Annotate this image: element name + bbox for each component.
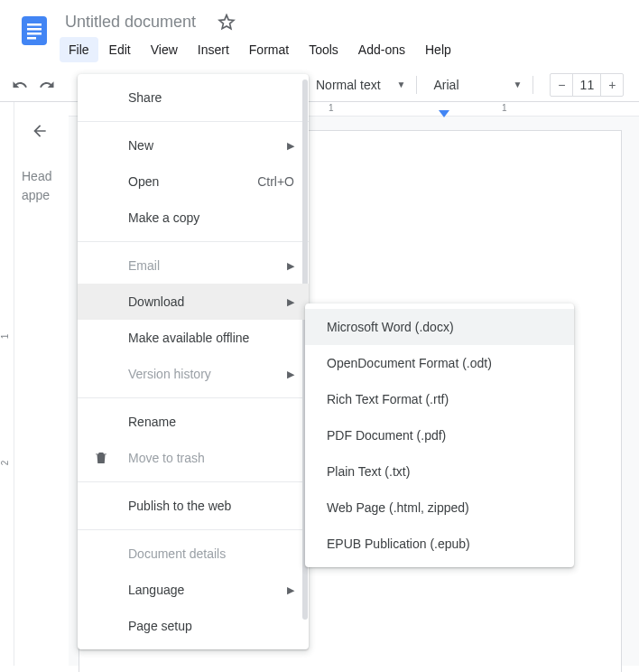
menu-item-new[interactable]: New ▶ [78, 127, 309, 163]
download-odt[interactable]: OpenDocument Format (.odt) [305, 345, 574, 381]
menu-edit[interactable]: Edit [100, 37, 140, 62]
menu-label: New [128, 138, 153, 153]
submenu-label: Rich Text Format (.rtf) [327, 392, 449, 406]
divider [78, 529, 309, 530]
divider [78, 481, 309, 482]
divider [78, 241, 309, 242]
font-size-input[interactable] [572, 74, 601, 96]
menu-label: Move to trash [128, 451, 205, 465]
submenu-label: Plain Text (.txt) [327, 464, 410, 479]
vertical-ruler: 1 2 [0, 102, 14, 666]
submenu-label: Web Page (.html, zipped) [327, 500, 469, 515]
shortcut-label: Ctrl+O [257, 174, 294, 189]
svg-marker-5 [439, 110, 449, 117]
ruler-h-label: 1 [502, 103, 507, 113]
svg-rect-2 [27, 28, 42, 31]
menu-label: Email [128, 258, 160, 273]
outline-text-line: Head [22, 167, 61, 186]
menu-label: Download [128, 294, 184, 309]
outline-back-icon[interactable] [25, 117, 54, 145]
undo-icon[interactable] [7, 72, 32, 98]
font-family-dropdown[interactable]: Arial ▼ [422, 72, 527, 98]
file-menu-dropdown: Share New ▶ Open Ctrl+O Make a copy Emai… [78, 74, 309, 649]
menu-item-rename[interactable]: Rename [78, 404, 309, 440]
menu-file[interactable]: File [60, 37, 98, 62]
chevron-right-icon: ▶ [287, 260, 294, 272]
menu-tools[interactable]: Tools [300, 37, 347, 62]
menu-label: Version history [128, 367, 211, 381]
font-size-control: − + [550, 73, 624, 97]
ruler-v-label: 2 [0, 461, 10, 466]
menu-item-make-available-offline[interactable]: Make available offline [78, 320, 309, 356]
separator [416, 76, 417, 94]
svg-rect-0 [22, 16, 47, 45]
submenu-label: OpenDocument Format (.odt) [327, 356, 492, 370]
chevron-down-icon: ▼ [514, 79, 523, 89]
submenu-label: Microsoft Word (.docx) [327, 320, 454, 334]
menubar: File Edit View Insert Format Tools Add-o… [60, 33, 639, 62]
trash-icon [92, 449, 110, 467]
download-html[interactable]: Web Page (.html, zipped) [305, 490, 574, 526]
divider [78, 121, 309, 122]
menu-item-download[interactable]: Download ▶ [78, 284, 309, 320]
menu-label: Language [128, 583, 184, 597]
ruler-v-label: 1 [0, 334, 10, 340]
outline-text-line: appe [22, 186, 61, 205]
paragraph-style-dropdown[interactable]: Normal text ▼ [305, 72, 411, 98]
title-row: Untitled document [60, 7, 639, 33]
document-title[interactable]: Untitled document [60, 11, 201, 33]
chevron-down-icon: ▼ [397, 79, 406, 89]
menu-item-page-setup[interactable]: Page setup [78, 608, 309, 644]
download-pdf[interactable]: PDF Document (.pdf) [305, 417, 574, 453]
outline-placeholder: Head appe [22, 167, 61, 205]
menu-help[interactable]: Help [416, 37, 460, 62]
menu-item-open[interactable]: Open Ctrl+O [78, 163, 309, 200]
menu-label: Rename [128, 415, 176, 429]
menu-label: Publish to the web [128, 499, 231, 513]
menu-item-share[interactable]: Share [78, 79, 309, 116]
redo-icon[interactable] [34, 72, 60, 98]
paragraph-style-label: Normal text [316, 78, 381, 92]
menu-view[interactable]: View [142, 37, 187, 62]
font-family-label: Arial [433, 78, 458, 92]
outline-pane: Head appe [14, 102, 69, 666]
docs-logo-icon[interactable] [16, 13, 52, 49]
svg-rect-4 [27, 37, 36, 40]
svg-rect-3 [27, 33, 42, 35]
font-size-decrease-button[interactable]: − [551, 74, 572, 96]
font-size-increase-button[interactable]: + [601, 74, 623, 96]
menu-item-make-a-copy[interactable]: Make a copy [78, 200, 309, 236]
menu-insert[interactable]: Insert [189, 37, 238, 62]
download-submenu: Microsoft Word (.docx) OpenDocument Form… [305, 303, 574, 567]
svg-rect-1 [27, 23, 42, 26]
menu-label: Document details [128, 546, 226, 561]
download-rtf[interactable]: Rich Text Format (.rtf) [305, 381, 574, 417]
menu-label: Page setup [128, 619, 192, 633]
chevron-right-icon: ▶ [287, 296, 294, 308]
separator [532, 76, 533, 94]
menu-item-email[interactable]: Email ▶ [78, 247, 309, 284]
ruler-h-label: 1 [329, 103, 334, 113]
download-epub[interactable]: EPUB Publication (.epub) [305, 526, 574, 562]
star-icon[interactable] [216, 12, 237, 33]
divider [78, 397, 309, 398]
menu-item-language[interactable]: Language ▶ [78, 572, 309, 608]
download-txt[interactable]: Plain Text (.txt) [305, 453, 574, 490]
chevron-right-icon: ▶ [287, 369, 294, 380]
menu-item-move-to-trash[interactable]: Move to trash [78, 440, 309, 476]
menu-item-version-history[interactable]: Version history ▶ [78, 356, 309, 392]
menu-item-document-details[interactable]: Document details [78, 536, 309, 572]
download-docx[interactable]: Microsoft Word (.docx) [305, 309, 574, 345]
title-area: Untitled document File Edit View Insert … [60, 7, 639, 62]
menu-format[interactable]: Format [240, 37, 298, 62]
menu-item-publish-to-web[interactable]: Publish to the web [78, 488, 309, 524]
submenu-label: PDF Document (.pdf) [327, 428, 446, 443]
menu-label: Make available offline [128, 331, 249, 345]
menu-label: Share [128, 90, 162, 105]
submenu-label: EPUB Publication (.epub) [327, 537, 470, 551]
menu-label: Open [128, 174, 159, 189]
menu-label: Make a copy [128, 210, 199, 225]
menu-addons[interactable]: Add-ons [349, 37, 414, 62]
first-line-indent-marker[interactable] [439, 107, 449, 122]
header: Untitled document File Edit View Insert … [0, 0, 639, 62]
